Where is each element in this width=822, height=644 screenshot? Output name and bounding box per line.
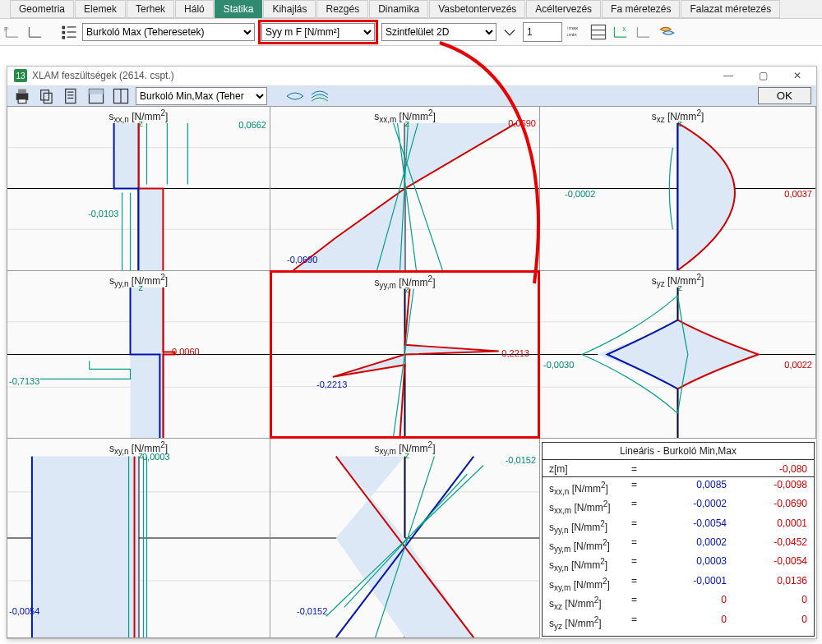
chart-value-label: 0,0003 xyxy=(142,452,170,462)
svg-rect-3 xyxy=(62,36,65,39)
main-tab-geometria[interactable]: Geometria xyxy=(10,0,74,18)
chart-p-icon[interactable] xyxy=(635,22,654,42)
chart-value-label: -0,0690 xyxy=(287,255,317,264)
svg-rect-23 xyxy=(89,89,103,94)
main-tab-elemek[interactable]: Elemek xyxy=(75,0,126,18)
chart-cell-4[interactable]: syy,m [N/mm2]z 0,2213-0,2213 xyxy=(270,270,540,439)
maximize-button[interactable]: ▢ xyxy=(747,67,778,85)
svg-rect-1 xyxy=(62,26,65,30)
axis-p-icon[interactable]: P xyxy=(3,22,23,42)
print-icon[interactable] xyxy=(12,86,32,106)
svg-text:↑max: ↑max xyxy=(566,25,578,30)
svg-rect-9 xyxy=(591,25,605,39)
chart-value-label: 0,0022 xyxy=(784,360,812,370)
z-axis-label: z xyxy=(405,284,410,294)
results-title: Lineáris - Burkoló Min,Max xyxy=(543,443,814,460)
svg-rect-16 xyxy=(41,90,49,99)
svg-marker-69 xyxy=(32,456,139,637)
results-box: Lineáris - Burkoló Min,Max z[m] = -0,080… xyxy=(542,442,815,637)
chart-cell-0[interactable]: sxx,n [N/mm2]z 0,0662-0,0103 xyxy=(7,106,270,271)
report-icon[interactable] xyxy=(62,86,81,106)
svg-rect-17 xyxy=(44,93,52,103)
svg-rect-14 xyxy=(18,89,26,93)
main-tab-kihajlás[interactable]: Kihajlás xyxy=(263,0,316,18)
main-tab-acéltervezés[interactable]: Acéltervezés xyxy=(526,0,601,18)
chart-value-label: 0,0662 xyxy=(238,120,266,130)
chart-x-icon[interactable]: x xyxy=(612,22,631,42)
chart-cell-5[interactable]: syz [N/mm2]z 0,0022-0,0030 xyxy=(539,270,816,439)
main-tab-vasbetontervezés[interactable]: Vasbetontervezés xyxy=(429,0,525,18)
chart-value-label: -0,0103 xyxy=(88,209,118,218)
z-axis-label: z xyxy=(678,118,683,128)
main-tab-terhek[interactable]: Terhek xyxy=(127,0,174,18)
sheets-icon[interactable] xyxy=(658,22,677,42)
results-head: z[m] = -0,080 xyxy=(543,460,814,477)
result-type-select[interactable]: Syy m F [N/mm²] xyxy=(261,23,375,41)
main-tab-dinamika[interactable]: Dinamika xyxy=(369,0,428,18)
chart-cell-7[interactable]: sxy,m [N/mm2]z -0,0152-0,0152 xyxy=(270,438,540,638)
chart-value-label: -0,0030 xyxy=(543,360,574,370)
results-row: sxx,n [N/mm2] = 0,0085 -0,0098 xyxy=(549,479,807,498)
main-toolbar: P Burkoló Max (Teheresetek) Syy m F [N/m… xyxy=(0,19,822,46)
close-button[interactable]: ✕ xyxy=(782,67,813,85)
layout-2-icon[interactable] xyxy=(111,86,131,106)
z-axis-label: z xyxy=(405,118,410,128)
results-row: sxy,n [N/mm2] = 0,0003 -0,0054 xyxy=(549,555,807,574)
chart-value-label: -0,0054 xyxy=(9,606,39,616)
main-tab-statika[interactable]: Statika xyxy=(215,0,263,18)
main-menu-tabs: GeometriaElemekTerhekHálóStatikaKihajlás… xyxy=(0,0,822,19)
chart-cell-3[interactable]: syy,n [N/mm2]z 0,0060-0,7133 xyxy=(7,270,270,439)
svg-text:↓min: ↓min xyxy=(566,32,577,37)
results-head-val: -0,080 xyxy=(727,463,807,475)
dropdown-toggle-icon[interactable] xyxy=(500,22,520,42)
svg-rect-2 xyxy=(62,31,65,34)
svg-rect-18 xyxy=(66,89,76,103)
chart-value-label: 0,0037 xyxy=(784,189,812,199)
chart-value-label: 0,2213 xyxy=(501,348,529,358)
table-view-icon[interactable] xyxy=(589,22,608,42)
display-mode-select[interactable]: Szintfelület 2D xyxy=(381,23,496,41)
minimize-button[interactable]: — xyxy=(713,67,744,85)
svg-marker-50 xyxy=(131,288,164,355)
results-row: sxy,m [N/mm2] = -0,0001 0,0136 xyxy=(549,575,807,594)
main-tab-fa méretezés[interactable]: Fa méretezés xyxy=(602,0,680,18)
svg-marker-32 xyxy=(139,188,164,270)
svg-marker-51 xyxy=(131,354,164,438)
chart-value-label: -0,0002 xyxy=(565,189,595,199)
main-tab-falazat méretezés[interactable]: Falazat méretezés xyxy=(681,0,780,18)
step-spinner[interactable]: 1 xyxy=(523,22,562,42)
list-icon[interactable] xyxy=(59,22,79,42)
chart-value-label: -0,2213 xyxy=(316,380,347,389)
view-mode-2-icon[interactable] xyxy=(310,86,330,106)
app-green-icon: 13 xyxy=(14,69,27,82)
ok-button[interactable]: OK xyxy=(758,87,811,104)
chart-cell-2[interactable]: sxz [N/mm2]z 0,0037-0,0002 xyxy=(539,106,816,271)
axis-icon[interactable] xyxy=(26,22,46,42)
xlam-stress-window: 13 XLAM feszültségek (2614. cspt.) — ▢ ✕… xyxy=(7,66,817,639)
chart-value-label: -0,0152 xyxy=(297,606,327,616)
results-row: syz [N/mm2] = 0 0 xyxy=(549,614,807,632)
results-row: syy,n [N/mm2] = -0,0054 0,0001 xyxy=(549,518,807,536)
max-min-icon[interactable]: ↑max↓min xyxy=(566,22,585,42)
copy-icon[interactable] xyxy=(37,86,57,106)
svg-marker-31 xyxy=(114,123,139,189)
z-axis-label: z xyxy=(678,283,683,292)
z-axis-label: z xyxy=(139,118,144,128)
layout-1-icon[interactable] xyxy=(86,86,106,106)
chart-value-label: 0,0690 xyxy=(508,118,536,128)
chart-cell-1[interactable]: sxx,m [N/mm2]z 0,0690-0,0690 xyxy=(270,106,540,271)
panel-envelope-select[interactable]: Burkoló Min,Max (Teher xyxy=(136,87,267,105)
results-row: syy,m [N/mm2] = 0,0002 -0,0452 xyxy=(549,536,807,555)
results-row: sxx,m [N/mm2] = -0,0002 -0,0690 xyxy=(549,498,807,517)
chart-value-label: -0,0152 xyxy=(506,455,536,465)
chart-cell-6[interactable]: sxy,n [N/mm2]z 0,0003-0,0054 xyxy=(7,438,270,638)
z-axis-label: z xyxy=(139,283,144,292)
result-select-highlight: Syy m F [N/mm²] xyxy=(258,20,378,44)
svg-text:x: x xyxy=(622,25,626,33)
results-head-z: z[m] xyxy=(549,463,631,475)
envelope-select[interactable]: Burkoló Max (Teheresetek) xyxy=(82,23,255,41)
main-tab-háló[interactable]: Háló xyxy=(175,0,214,18)
main-tab-rezgés[interactable]: Rezgés xyxy=(316,0,368,18)
view-mode-1-icon[interactable] xyxy=(285,86,305,106)
window-title: XLAM feszültségek (2614. cspt.) xyxy=(32,70,174,81)
